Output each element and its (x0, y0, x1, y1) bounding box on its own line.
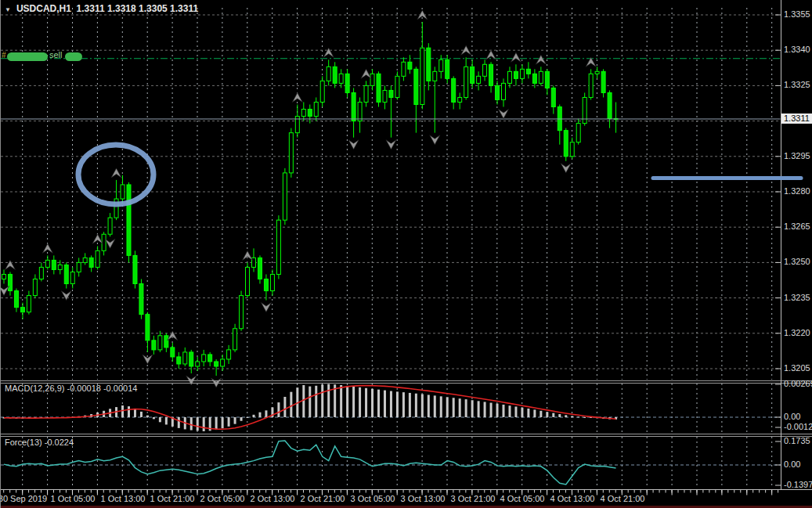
chart-canvas[interactable] (1, 0, 812, 508)
candle-body (152, 340, 156, 350)
macd-histogram-bar (453, 398, 455, 417)
macd-histogram-bar (203, 417, 205, 431)
candle-body (171, 348, 175, 357)
candle-body (258, 258, 262, 279)
macd-histogram-bar (159, 417, 161, 422)
candle-body (439, 59, 443, 71)
candle-body (526, 69, 530, 74)
candle-body (158, 336, 162, 350)
candle-body (64, 265, 68, 283)
sell-order-label: sell (49, 50, 63, 59)
candle-body (70, 272, 74, 283)
candle-body (551, 88, 555, 106)
fractal-up-icon (511, 52, 521, 62)
candle-body (221, 359, 225, 366)
fractal-up-icon (243, 250, 253, 260)
chart-title: ▼USDCAD,H1 1.3311 1.3318 1.3305 1.3311 (5, 3, 198, 14)
candle-body (370, 74, 374, 85)
macd-histogram-bar (197, 417, 199, 431)
fractal-up-icon (292, 93, 302, 103)
macd-histogram-bar (496, 404, 499, 417)
macd-histogram-bar (315, 386, 317, 417)
macd-histogram-bar (465, 399, 467, 417)
fractal-down-icon (1, 286, 9, 296)
candle-body (364, 85, 368, 102)
macd-histogram-bar (471, 400, 474, 417)
candle-body (539, 71, 543, 83)
macd-histogram-bar (540, 411, 542, 417)
macd-histogram-bar (190, 417, 193, 431)
candle-body (39, 267, 43, 279)
macd-histogram-bar (321, 384, 323, 417)
candle-body (514, 71, 518, 78)
candle-body (452, 78, 456, 102)
candle-body (570, 142, 574, 157)
bid-price-label: 1.3311 (781, 113, 812, 124)
macd-histogram-bar (527, 409, 529, 417)
macd-histogram-bar (558, 414, 561, 417)
macd-histogram-bar (402, 392, 405, 417)
macd-histogram-bar (134, 409, 136, 417)
candle-body (377, 74, 381, 102)
macd-histogram-bar (178, 417, 180, 428)
macd-histogram-bar (434, 395, 436, 417)
chart-dropdown-icon[interactable]: ▼ (5, 6, 11, 13)
fractal-up-icon (111, 168, 121, 178)
macd-histogram-bar (302, 385, 305, 417)
macd-histogram-bar (146, 416, 149, 417)
candle-body (395, 76, 399, 97)
candle-body (108, 218, 112, 234)
candle-body (27, 296, 31, 312)
macd-histogram-bar (247, 417, 249, 418)
force-indicator-label: Force(13) -0.0224 (5, 438, 74, 447)
candle-body (414, 69, 418, 104)
fractal-up-icon (323, 48, 334, 57)
macd-histogram-bar (327, 384, 330, 417)
macd-histogram-bar (384, 391, 386, 417)
macd-histogram-bar (346, 386, 348, 417)
fractal-up-icon (168, 331, 178, 340)
candle-body (427, 48, 431, 81)
candle-body (215, 362, 218, 366)
fractal-down-icon (386, 140, 396, 150)
candle-body (532, 74, 536, 83)
macd-histogram-bar (277, 402, 280, 417)
candle-body (183, 352, 187, 364)
macd-histogram-bar (265, 410, 267, 417)
candle-body (339, 74, 343, 83)
candle-body (164, 336, 168, 348)
candle-body (383, 90, 387, 102)
candle-body (8, 274, 12, 290)
macd-histogram-bar (340, 385, 342, 417)
trading-chart-window: ▼USDCAD,H1 1.3311 1.3318 1.3305 1.3311 #… (0, 0, 812, 508)
macd-histogram-bar (552, 413, 554, 417)
symbol-period-label: USDCAD,H1 (16, 3, 71, 14)
candle-body (545, 71, 549, 88)
candle-body (202, 355, 206, 362)
candle-body (458, 97, 462, 102)
candle-body (496, 85, 500, 99)
macd-histogram-bar (390, 391, 392, 417)
order-id-redaction-pill (7, 52, 48, 61)
candle-body (139, 284, 143, 315)
macd-histogram-bar (514, 406, 517, 417)
candle-body (564, 131, 568, 157)
macd-histogram-bar (128, 406, 130, 417)
force-index-line (4, 441, 616, 485)
candle-body (483, 64, 487, 76)
macd-histogram-bar (571, 416, 573, 417)
candle-body (246, 267, 250, 295)
candle-body (358, 102, 362, 121)
macd-histogram-bar (583, 417, 586, 418)
candle-body (352, 92, 355, 121)
candle-body (52, 260, 56, 269)
macd-histogram-bar (240, 417, 243, 421)
candle-body (345, 74, 349, 92)
macd-histogram-bar (565, 415, 567, 417)
macd-histogram-bar (546, 412, 548, 417)
candle-body (520, 69, 524, 78)
macd-histogram-bar (121, 405, 124, 417)
candle-body (608, 92, 612, 118)
macd-histogram-bar (396, 391, 399, 417)
candle-body (83, 258, 87, 262)
